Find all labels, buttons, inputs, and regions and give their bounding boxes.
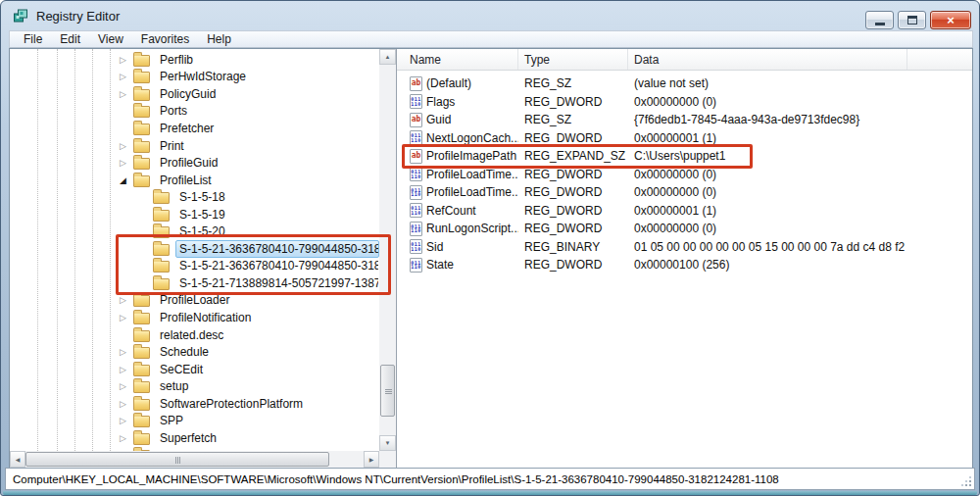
tree-item-profileguid[interactable]: ▷ProfileGuid [10, 154, 379, 172]
value-name-cell: 011110RunLogonScript... [397, 222, 518, 236]
column-header-name[interactable]: Name [397, 49, 518, 70]
collapsed-expander-icon[interactable]: ▷ [120, 295, 133, 305]
folder-icon [153, 261, 170, 273]
folder-icon [133, 72, 150, 83]
tree-item-perhwidstorage[interactable]: ▷PerHwIdStorage [10, 69, 379, 86]
tree-item-profilelist[interactable]: ◢ProfileList [10, 172, 379, 189]
minimize-button[interactable] [865, 11, 894, 29]
value-row-sid[interactable]: 011110SidREG_BINARY01 05 00 00 00 00 00 … [397, 238, 972, 257]
tree-item-secedit[interactable]: ▷SeCEdit [10, 361, 379, 378]
tree-item-s-1-5-20[interactable]: S-1-5-20 [10, 223, 379, 240]
menu-item-favorites[interactable]: Favorites [132, 31, 198, 47]
tree-item-label: Print [156, 137, 379, 155]
value-row-flags[interactable]: 011110FlagsREG_DWORD0x00000000 (0) [397, 93, 972, 112]
vertical-scroll-thumb[interactable] [380, 365, 395, 417]
value-row-runlogonscript-[interactable]: 011110RunLogonScript...REG_DWORD0x000000… [397, 220, 972, 238]
scrollbar-corner [379, 451, 396, 468]
folder-icon [133, 158, 150, 170]
tree-item-prefetcher[interactable]: Prefetcher [10, 120, 379, 137]
string-value-icon: ab [410, 76, 422, 91]
tree-item-label: PolicyGuid [156, 85, 379, 103]
tree-item-s-1-5-21-3636780410-799044850-3182124[interactable]: S-1-5-21-3636780410-799044850-3182124 [10, 240, 379, 258]
collapsed-expander-icon[interactable]: ▷ [120, 433, 133, 443]
tree-item-superfetch[interactable]: ▷Superfetch [10, 429, 379, 447]
value-type: REG_SZ [518, 113, 628, 126]
collapsed-expander-icon[interactable]: ▷ [120, 55, 133, 65]
value-row-nextlogoncach-[interactable]: 011110NextLogonCach...REG_DWORD0x0000000… [397, 129, 972, 148]
dword-icon-glyph-bottom: 110 [411, 174, 421, 179]
value-data: 0x00000000 (0) [628, 168, 907, 181]
value-data: 0x00000001 (1) [628, 204, 907, 218]
collapsed-expander-icon[interactable]: ▷ [120, 158, 133, 168]
binary-value-icon: 011110 [410, 94, 422, 109]
column-header-data[interactable]: Data [628, 49, 907, 70]
tree-item-spp[interactable]: ▷SPP [10, 412, 379, 429]
tree-item-s-1-5-19[interactable]: S-1-5-19 [10, 206, 379, 223]
value-type: REG_DWORD [518, 258, 628, 272]
folder-icon [133, 365, 150, 376]
collapsed-expander-icon[interactable]: ▷ [120, 416, 133, 425]
tree-item-profilenotification[interactable]: ▷ProfileNotification [10, 309, 379, 326]
scroll-left-button[interactable]: ◀ [10, 451, 25, 468]
scroll-down-button[interactable]: ▼ [379, 435, 396, 451]
column-header-type-label: Type [524, 53, 550, 67]
value-name: ProfileLoadTime... [426, 168, 518, 181]
collapsed-expander-icon[interactable]: ▷ [120, 141, 133, 151]
dword-icon-glyph-bottom: 110 [411, 192, 421, 197]
collapsed-expander-icon[interactable]: ▷ [120, 365, 133, 374]
tree-item-print[interactable]: ▷Print [10, 137, 379, 155]
close-button[interactable]: × [930, 11, 971, 29]
dword-icon-glyph-bottom: 110 [411, 265, 421, 270]
menu-item-help[interactable]: Help [198, 31, 240, 47]
tree-item-softwareprotectionplatform[interactable]: ▷SoftwareProtectionPlatform [10, 395, 379, 413]
value-row-guid[interactable]: abGuidREG_SZ{7f6dedb1-7845-4aaa-943a-de9… [397, 111, 972, 129]
value-type: REG_DWORD [518, 222, 628, 235]
registry-editor-window: Registry Editor × FileEditViewFavoritesH… [0, 0, 980, 496]
title-bar[interactable]: Registry Editor × [1, 1, 979, 30]
scroll-up-button[interactable]: ▲ [379, 49, 396, 65]
value-row-profileimagepath[interactable]: abProfileImagePathREG_EXPAND_SZC:\Users\… [397, 147, 972, 166]
collapsed-expander-icon[interactable]: ▷ [120, 381, 133, 391]
horizontal-scroll-thumb[interactable] [25, 452, 329, 467]
collapsed-expander-icon[interactable]: ▷ [120, 347, 133, 357]
maximize-button[interactable] [898, 11, 926, 29]
value-name-cell: 011110State [397, 258, 518, 273]
value-data: 0x00000000 (0) [628, 185, 907, 199]
tree-item-policyguid[interactable]: ▷PolicyGuid [10, 85, 379, 103]
tree-item-profileloader[interactable]: ▷ProfileLoader [10, 292, 379, 310]
resize-grip-icon[interactable] [960, 475, 971, 486]
value-name: Flags [426, 95, 455, 109]
column-header-type[interactable]: Type [518, 49, 628, 70]
menu-item-view[interactable]: View [89, 31, 132, 47]
menu-item-edit[interactable]: Edit [51, 31, 89, 47]
value-row-profileloadtime-[interactable]: 011110ProfileLoadTime...REG_DWORD0x00000… [397, 183, 972, 202]
tree-horizontal-scrollbar[interactable]: ◀ ▶ [10, 451, 379, 468]
collapsed-expander-icon[interactable]: ▷ [120, 313, 133, 322]
folder-icon [133, 399, 150, 411]
value-type: REG_DWORD [518, 131, 628, 145]
collapsed-expander-icon[interactable]: ▷ [120, 72, 133, 81]
folder-icon [153, 244, 170, 256]
value-row--default-[interactable]: ab(Default)REG_SZ(value not set) [397, 74, 972, 93]
tree-item-perflib[interactable]: ▷Perflib [10, 51, 379, 69]
tree-item-setup[interactable]: ▷setup [10, 377, 379, 395]
value-data: 0x00000001 (1) [628, 131, 907, 145]
value-row-state[interactable]: 011110StateREG_DWORD0x00000100 (256) [397, 256, 972, 274]
tree-item-schedule[interactable]: ▷Schedule [10, 343, 379, 361]
tree-item-s-1-5-21-3636780410-799044850-3182124[interactable]: S-1-5-21-3636780410-799044850-3182124 [10, 258, 379, 275]
expanded-expander-icon[interactable]: ◢ [120, 175, 133, 185]
collapsed-expander-icon[interactable]: ▷ [120, 89, 133, 99]
tree-item-s-1-5-18[interactable]: S-1-5-18 [10, 188, 379, 206]
tree-item-related.desc[interactable]: related.desc [10, 326, 379, 344]
scroll-right-button[interactable]: ▶ [364, 451, 379, 468]
value-row-refcount[interactable]: 011110RefCountREG_DWORD0x00000001 (1) [397, 202, 972, 221]
tree-item-label: Prefetcher [156, 120, 379, 137]
value-row-profileloadtime-[interactable]: 011110ProfileLoadTime...REG_DWORD0x00000… [397, 166, 972, 184]
tree-vertical-scrollbar[interactable]: ▲ ▼ [379, 49, 396, 451]
registry-values-panel: Name Type Data ab(Default)REG_SZ(value n… [397, 49, 972, 468]
menu-item-file[interactable]: File [15, 31, 51, 47]
tree-item-ports[interactable]: Ports [10, 103, 379, 121]
tree-item-s-1-5-21-713889814-505721997-13877155[interactable]: S-1-5-21-713889814-505721997-13877155 [10, 274, 379, 292]
dword-icon-glyph-bottom: 110 [411, 211, 421, 216]
collapsed-expander-icon[interactable]: ▷ [120, 399, 133, 409]
